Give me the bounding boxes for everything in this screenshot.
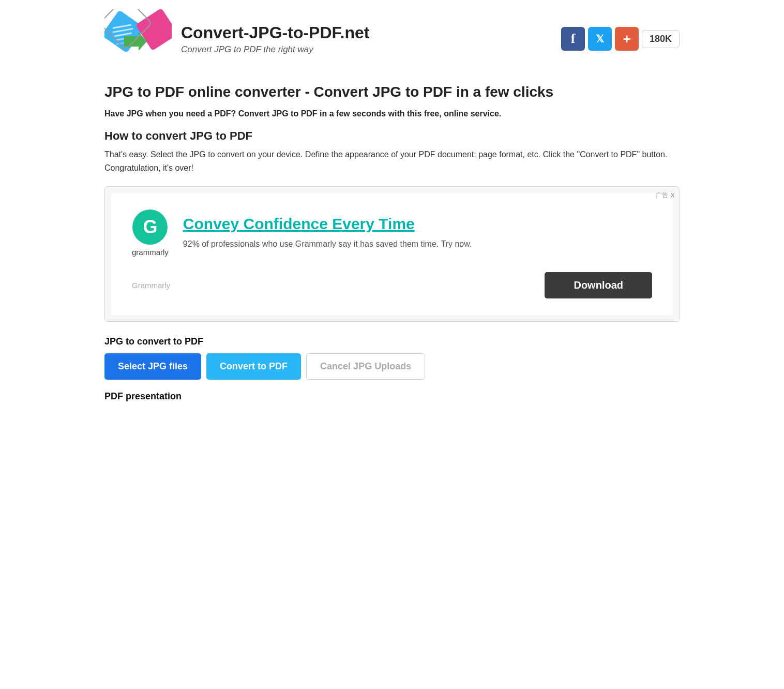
logo <box>104 9 172 68</box>
site-title: Convert-JPG-to-PDF.net <box>181 23 552 42</box>
site-subtitle: Convert JPG to PDF the right way <box>181 44 552 55</box>
plus-button[interactable]: + <box>615 27 639 51</box>
intro-text: Have JPG when you need a PDF? Convert JP… <box>104 108 680 120</box>
grammarly-name: grammarly <box>132 248 169 257</box>
ad-text: 广告 <box>656 191 668 200</box>
ad-text-block: Convey Confidence Every Time 92% of prof… <box>183 215 472 250</box>
grammarly-logo-wrap: G grammarly <box>132 209 169 257</box>
how-to-heading: How to convert JPG to PDF <box>104 129 680 143</box>
convert-section-label: JPG to convert to PDF <box>104 336 680 347</box>
twitter-icon: 𝕏 <box>596 33 604 45</box>
how-to-text: That's easy. Select the JPG to convert o… <box>104 148 680 174</box>
twitter-button[interactable]: 𝕏 <box>588 27 612 51</box>
ad-label: 广告 X <box>656 191 675 200</box>
ad-footer: Grammarly Download <box>132 272 652 298</box>
ad-body: G grammarly Convey Confidence Every Time… <box>132 209 472 257</box>
share-count: 180K <box>642 30 680 48</box>
ad-close-button[interactable]: X <box>670 191 675 199</box>
ad-description: 92% of professionals who use Grammarly s… <box>183 238 472 250</box>
header: Convert-JPG-to-PDF.net Convert JPG to PD… <box>104 9 680 68</box>
cancel-uploads-button[interactable]: Cancel JPG Uploads <box>306 353 425 380</box>
pdf-presentation-label: PDF presentation <box>104 391 680 402</box>
ad-inner: G grammarly Convey Confidence Every Time… <box>111 193 673 315</box>
button-row: Select JPG files Convert to PDF Cancel J… <box>104 353 680 380</box>
svg-rect-0 <box>104 10 145 53</box>
facebook-icon: f <box>571 31 576 47</box>
ad-footer-brand: Grammarly <box>132 281 170 290</box>
social-bar: f 𝕏 + 180K <box>561 27 680 51</box>
ad-main-link[interactable]: Convey Confidence Every Time <box>183 215 472 233</box>
main-heading: JPG to PDF online converter - Convert JP… <box>104 83 680 101</box>
grammarly-circle: G <box>132 209 168 245</box>
convert-to-pdf-button[interactable]: Convert to PDF <box>206 353 301 380</box>
select-jpg-button[interactable]: Select JPG files <box>104 353 201 380</box>
plus-icon: + <box>623 31 630 47</box>
ad-download-button[interactable]: Download <box>545 272 652 298</box>
ad-container: 广告 X G grammarly Convey Confidence Every… <box>104 186 680 322</box>
facebook-button[interactable]: f <box>561 27 585 51</box>
header-text: Convert-JPG-to-PDF.net Convert JPG to PD… <box>181 23 552 55</box>
